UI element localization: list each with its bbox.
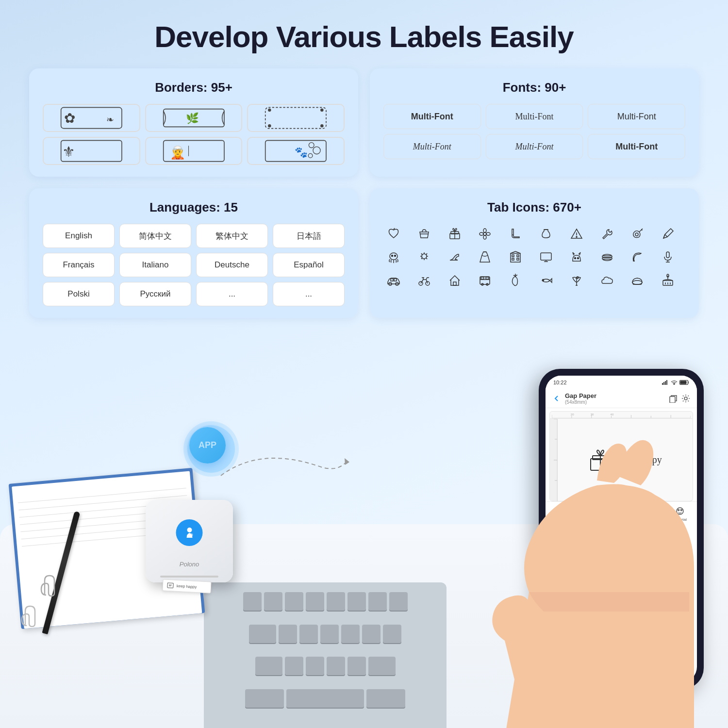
- keyboard-key: [327, 592, 345, 611]
- phone-toolbar-row2: Text Barcode Frame Time Picture: [548, 525, 694, 541]
- keyboard-key: [341, 625, 360, 643]
- border-item-2: 🌿: [145, 104, 243, 132]
- copy-icon[interactable]: [669, 394, 678, 403]
- tab-icon-bread: [627, 270, 647, 291]
- borders-grid: ✿ ❧ 🌿: [43, 104, 345, 165]
- toolbar-sticker[interactable]: Sticker: [548, 506, 577, 522]
- keyboard-key: [249, 625, 276, 643]
- toolbar-qr[interactable]: QR Code: [636, 506, 664, 522]
- lang-simplified-chinese: 简体中文: [119, 224, 191, 248]
- svg-point-103: [674, 383, 675, 384]
- svg-point-7: [320, 109, 323, 112]
- toolbar-text[interactable]: Text: [578, 506, 606, 522]
- svg-point-26: [483, 229, 486, 232]
- toolbar-mobile-label: Mobile: [615, 517, 627, 522]
- toolbar-barcode[interactable]: Barcode: [578, 525, 606, 541]
- font-item-2: Multi-Font: [486, 104, 583, 129]
- keyboard-key: [245, 689, 284, 708]
- svg-point-33: [576, 236, 577, 237]
- toolbar-text2-label: Text: [559, 536, 566, 541]
- svg-rect-140: [647, 513, 649, 514]
- phone-status-bar: 10:22: [546, 376, 697, 389]
- svg-point-148: [680, 510, 682, 511]
- toolbar-mobile[interactable]: Mobile: [607, 506, 635, 522]
- lang-more1: ...: [196, 282, 268, 306]
- cards-grid: Borders: 95+ ✿ ❧ 🌿: [0, 68, 728, 318]
- svg-rect-70: [391, 279, 393, 281]
- svg-rect-77: [480, 277, 490, 284]
- svg-point-61: [574, 258, 576, 259]
- fonts-card: Fonts: 90+ Multi-Font Multi-Font Multi-F…: [370, 68, 699, 177]
- keyboard-key: [243, 592, 262, 611]
- svg-text:🧝: 🧝: [169, 145, 185, 160]
- keyboard-key: [255, 657, 282, 675]
- svg-rect-54: [512, 258, 514, 260]
- svg-point-29: [486, 232, 490, 235]
- svg-point-147: [678, 510, 679, 511]
- tab-icon-car: [383, 270, 404, 291]
- font-item-1: Multi-Font: [383, 104, 481, 129]
- back-icon[interactable]: [552, 394, 561, 403]
- phone-screen: 10:22 Gap Paper (54x8mm): [546, 376, 697, 682]
- tab-icon-cake: [658, 270, 678, 291]
- svg-rect-101: [665, 381, 666, 385]
- languages-card: Languages: 15 English 简体中文 繁体中文 日本語 Fran…: [29, 188, 358, 318]
- svg-rect-76: [453, 282, 456, 285]
- svg-rect-138: [647, 508, 649, 510]
- toolbar-picture[interactable]: Picture: [666, 525, 694, 541]
- tab-icon-building: [505, 247, 526, 267]
- fonts-grid: Multi-Font Multi-Font Multi-Font Multi-F…: [383, 104, 685, 159]
- svg-rect-63: [602, 256, 612, 257]
- svg-point-94: [190, 533, 193, 536]
- phone-app-header: Gap Paper (54x8mm): [546, 389, 697, 408]
- keyboard-key: [347, 592, 366, 611]
- toolbar-frame[interactable]: Frame: [607, 525, 635, 541]
- keyboard-key: [306, 657, 324, 675]
- svg-point-93: [187, 528, 192, 532]
- lang-more2: ...: [273, 282, 345, 306]
- toolbar-material[interactable]: Material: [666, 506, 694, 522]
- printer-brand: Polono: [180, 561, 199, 568]
- svg-rect-64: [602, 258, 612, 259]
- font-item-3: Multi-Font: [588, 104, 685, 129]
- phone-label-preview: keep happy: [588, 448, 662, 472]
- toolbar-frame-label: Frame: [615, 536, 627, 541]
- phone-app-title-block: Gap Paper (54x8mm): [565, 392, 596, 405]
- svg-point-25: [483, 232, 486, 235]
- settings-icon[interactable]: [681, 394, 690, 403]
- svg-rect-107: [670, 397, 675, 403]
- svg-point-62: [577, 258, 579, 259]
- svg-rect-52: [512, 255, 514, 257]
- svg-rect-100: [663, 382, 664, 385]
- lang-russian: Русский: [119, 282, 191, 306]
- tab-icon-warning: [566, 224, 587, 244]
- phone-print-button[interactable]: Print: [601, 545, 692, 561]
- printer-logo: [176, 519, 203, 546]
- tab-icon-flower: [475, 224, 495, 244]
- keyboard-key: [347, 657, 366, 675]
- phone-save-button[interactable]: Save: [550, 545, 597, 561]
- tab-icon-banana: [627, 247, 647, 267]
- keyboard-key: [279, 625, 297, 643]
- phone-vertical-ruler: [550, 419, 558, 501]
- svg-point-27: [483, 235, 486, 239]
- tab-icon-mic: [658, 247, 678, 267]
- keyboard-key: [327, 657, 345, 675]
- svg-rect-58: [541, 253, 551, 260]
- toolbar-material-label: Material: [673, 517, 687, 522]
- toolbar-text2[interactable]: Text: [548, 525, 577, 541]
- icons-grid: [383, 224, 685, 291]
- svg-line-46: [421, 253, 422, 255]
- svg-rect-81: [481, 277, 484, 279]
- svg-point-83: [542, 280, 544, 281]
- lang-japanese: 日本語: [273, 224, 345, 248]
- svg-point-8: [268, 124, 271, 127]
- phone-status-icons: [662, 380, 689, 385]
- svg-line-36: [642, 229, 642, 231]
- tab-icon-bird: [566, 270, 587, 291]
- toolbar-time[interactable]: Time: [636, 525, 664, 541]
- svg-point-6: [268, 109, 271, 112]
- phone-time: 10:22: [553, 380, 567, 385]
- languages-title: Languages: 15: [43, 200, 345, 215]
- phone-canvas-ruler: 20 30 40: [549, 411, 693, 419]
